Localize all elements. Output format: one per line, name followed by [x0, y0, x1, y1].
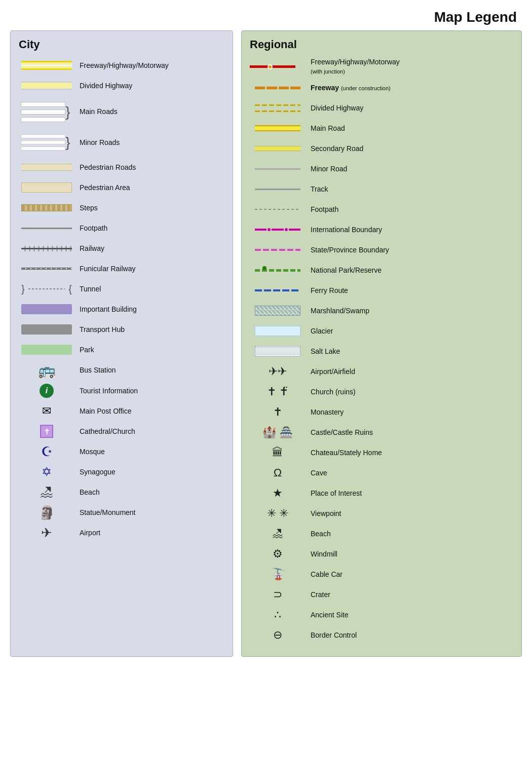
label-reg-freeway-uc: Freeway (under construction)	[306, 83, 513, 92]
list-item: 🏖 Beach	[250, 526, 513, 542]
symbol-reg-windmill: ⚙	[250, 547, 306, 561]
list-item: Pedestrian Roads	[19, 159, 224, 175]
symbol-airport-city: ✈	[19, 525, 74, 541]
list-item: Salt Lake	[250, 343, 513, 359]
symbol-reg-castle: 🏰 🏯	[250, 426, 306, 439]
symbol-park	[19, 345, 74, 355]
chateau-icon: 🏛	[272, 446, 283, 459]
list-item: Freeway (under construction)	[250, 80, 513, 96]
label-reg-state: State/Province Boundary	[306, 245, 513, 254]
list-item: ✝ Cathedral/Church	[19, 423, 224, 439]
list-item: Park	[19, 342, 224, 358]
label-reg-freeway: Freeway/Highway/Motorway (with junction)	[306, 57, 513, 76]
city-column: City Freeway/Highway/Motorway Divided Hi…	[10, 30, 233, 657]
list-item: 🚡 Cable Car	[250, 566, 513, 582]
label-reg-monastery: Monastery	[306, 408, 513, 417]
symbol-transport-hub	[19, 324, 74, 335]
symbol-reg-intl	[250, 228, 306, 232]
symbol-reg-minor	[250, 168, 306, 170]
label-reg-castle: Castle/Castle Ruins	[306, 428, 513, 437]
list-item: } { Tunnel	[19, 281, 224, 297]
list-item: Transport Hub	[19, 321, 224, 338]
symbol-reg-divided	[250, 104, 306, 112]
list-item: Marshland/Swamp	[250, 303, 513, 319]
label-reg-glacier: Glacier	[306, 326, 513, 336]
symbol-minor-roads: }	[19, 134, 74, 151]
symbol-reg-border: ⊖	[250, 628, 306, 642]
label-post-office: Main Post Office	[74, 406, 224, 416]
label-reg-secondary: Secondary Road	[306, 144, 513, 153]
viewpoint-icon: ✳ ✳	[267, 507, 288, 520]
symbol-reg-chateau: 🏛	[250, 446, 306, 459]
statue-icon: 🗿	[39, 505, 55, 521]
symbol-cathedral: ✝	[19, 425, 74, 438]
symbol-reg-cablecar: 🚡	[250, 568, 306, 581]
list-item: 🚌 Bus Station	[19, 362, 224, 379]
symbol-funicular	[19, 266, 74, 271]
label-bus-station: Bus Station	[74, 365, 224, 375]
list-item: Divided Highway	[19, 78, 224, 94]
brace-icon: }	[65, 105, 70, 118]
label-tunnel: Tunnel	[74, 284, 224, 293]
symbol-reg-track	[250, 189, 306, 190]
list-item: } Main Roads	[19, 98, 224, 126]
mosque-icon: ☪	[41, 444, 53, 460]
list-item: Main Road	[250, 120, 513, 136]
list-item: ✉ Main Post Office	[19, 403, 224, 419]
label-reg-ferry: Ferry Route	[306, 286, 513, 295]
church-icon: ✝	[40, 425, 53, 438]
list-item: Track	[250, 181, 513, 197]
brace-icon: }	[65, 136, 70, 149]
list-item: 🏰 🏯 Castle/Castle Ruins	[250, 424, 513, 440]
list-item: Railway	[19, 240, 224, 256]
label-reg-poi: Place of Interest	[306, 489, 513, 498]
label-reg-viewpoint: Viewpoint	[306, 509, 513, 518]
crater-icon: ⊃	[273, 588, 282, 601]
list-item: Secondary Road	[250, 140, 513, 157]
list-item: Important Building	[19, 301, 224, 317]
list-item: } Minor Roads	[19, 130, 224, 155]
label-reg-church: Church (ruins)	[306, 387, 513, 396]
symbol-footpath	[19, 228, 74, 229]
label-main-roads: Main Roads	[74, 107, 224, 116]
symbol-reg-glacier	[250, 326, 306, 336]
cross-icon: ✝ ✝̈	[267, 385, 288, 398]
label-ped-area: Pedestrian Area	[74, 183, 224, 192]
label-reg-beach: Beach	[306, 529, 513, 538]
list-item: ✝ ✝̈ Church (ruins)	[250, 384, 513, 400]
list-item: ⊖ Border Control	[250, 627, 513, 643]
label-funicular: Funicular Railway	[74, 264, 224, 273]
symbol-reg-viewpoint: ✳ ✳	[250, 507, 306, 520]
cablecar-icon: 🚡	[271, 568, 285, 581]
list-item: ✡ Synagogue	[19, 464, 224, 480]
symbol-reg-natpark	[250, 268, 306, 273]
label-reg-marsh: Marshland/Swamp	[306, 306, 513, 315]
list-item: International Boundary	[250, 221, 513, 238]
label-reg-divided: Divided Highway	[306, 103, 513, 113]
symbol-reg-crater: ⊃	[250, 588, 306, 601]
symbol-synagogue: ✡	[19, 465, 74, 479]
list-item: Footpath	[19, 220, 224, 236]
bracket-left-icon: }	[21, 284, 25, 294]
windmill-icon: ⚙	[273, 547, 283, 561]
symbol-reg-footpath	[250, 209, 306, 210]
symbol-reg-poi: ★	[250, 487, 306, 500]
list-item: Steps	[19, 200, 224, 216]
city-title: City	[19, 38, 224, 51]
symbol-reg-saltlake	[250, 346, 306, 356]
list-item: ✈✈ Airport/Airfield	[250, 363, 513, 380]
label-divided: Divided Highway	[74, 81, 224, 90]
list-item: Funicular Railway	[19, 261, 224, 277]
list-item: ☪ Mosque	[19, 443, 224, 460]
symbol-freeway	[19, 61, 74, 70]
list-item: ✳ ✳ Viewpoint	[250, 505, 513, 522]
label-ped-roads: Pedestrian Roads	[74, 163, 224, 172]
list-item: 🗿 Statue/Monument	[19, 504, 224, 521]
label-reg-border: Border Control	[306, 631, 513, 640]
label-tourist-info: Tourist Information	[74, 386, 224, 395]
list-item: 🏛 Chateau/Stately Home	[250, 445, 513, 461]
label-statue: Statue/Monument	[74, 508, 224, 517]
symbol-mosque: ☪	[19, 444, 74, 460]
regional-column: Regional Freeway/Highway/Motorway (with …	[241, 30, 522, 657]
label-reg-footpath: Footpath	[306, 205, 513, 214]
